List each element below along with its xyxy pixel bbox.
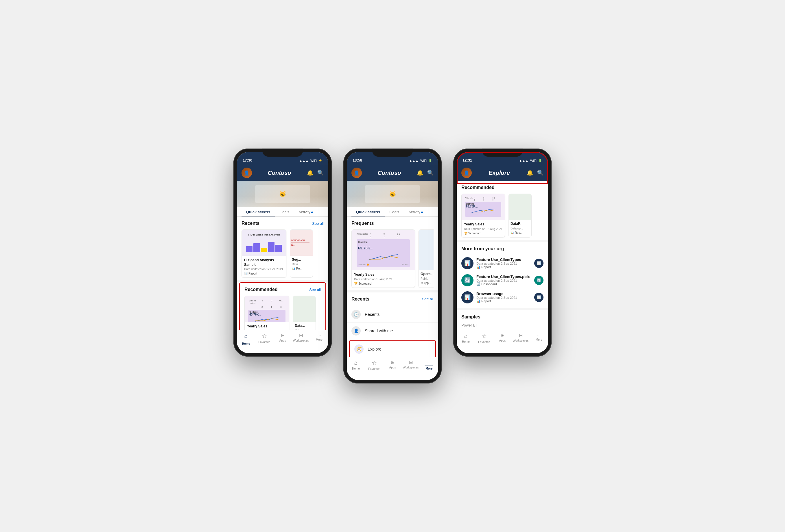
card-thumb-opera xyxy=(419,230,434,270)
home-label-2: Home xyxy=(352,367,360,370)
divider-2 xyxy=(347,290,438,292)
bell-icon-2[interactable]: 🔔 xyxy=(417,170,423,176)
list-recents-item[interactable]: 🕐 Recents xyxy=(347,306,438,323)
divider-1 xyxy=(237,280,328,282)
apps-icon-2: ⊞ xyxy=(391,360,395,365)
tab-activity-1[interactable]: Activity xyxy=(294,207,318,216)
nav-favorites-2[interactable]: ☆ Favorites xyxy=(365,360,383,370)
recents-see-all-1[interactable]: See all xyxy=(312,221,324,226)
nav-workspaces-3[interactable]: ⊟ Workspaces xyxy=(512,332,530,342)
nav-apps-3[interactable]: ⊞ Apps xyxy=(493,332,511,342)
nav-favorites-3[interactable]: ☆ Favorites xyxy=(475,332,493,344)
card-yearly-3[interactable]: All line sales400 1 210 Clothing 63.76K.… xyxy=(461,194,505,238)
wifi-icon-2: WiFi xyxy=(420,159,427,162)
home-icon-2: ⌂ xyxy=(354,360,358,366)
explore-outline: 🧭 Explore xyxy=(349,340,436,358)
list-shared-item[interactable]: 👤 Shared with me xyxy=(347,323,438,339)
card-info-it-spend: IT Spend Analysis Sample Data updated on… xyxy=(242,256,286,277)
recents-see-all-2[interactable]: See all xyxy=(422,297,434,301)
nav-home-2[interactable]: ⌂ Home xyxy=(347,360,365,370)
tab-quick-access-1[interactable]: Quick access xyxy=(242,207,275,216)
search-icon-1[interactable]: 🔍 xyxy=(317,170,324,176)
apps-label-3: Apps xyxy=(499,339,506,342)
tab-quick-access-2[interactable]: Quick access xyxy=(351,207,385,216)
feature-use-info-1: Feature Use_ClientTypes Data updated on … xyxy=(476,258,531,269)
apps-icon-1: ⊞ xyxy=(281,332,285,338)
feature-use-more-icon-1[interactable]: 📊 xyxy=(534,259,543,268)
more-from-org-section: More from your org 📊 Feature Use_ClientT… xyxy=(457,242,548,308)
card-datar-partial[interactable]: DataR... Data up... 📊 Rep... xyxy=(508,194,532,238)
card-name-it-spend: IT Spend Analysis Sample xyxy=(244,258,284,267)
notch-1 xyxy=(262,149,303,157)
feature-use-name-1: Feature Use_ClientTypes xyxy=(476,258,531,262)
wifi-icon-1: WiFi xyxy=(310,159,317,162)
card-opera-partial[interactable]: Opera... Publi... ⊞ App... xyxy=(419,230,434,288)
nav-more-2[interactable]: ··· More xyxy=(420,360,438,370)
card-yearly-large[interactable]: All line sales400 1 210 Clothing 63.76K.… xyxy=(351,230,415,288)
card-date-it-spend: Data updated on 12 Dec 2019 xyxy=(244,268,284,271)
avatar-2[interactable]: 👤 xyxy=(351,168,362,178)
card-date-yearly-large: Data updated on 15 Aug 2021 xyxy=(354,278,412,281)
card-thumb-yearly-3: All line sales400 1 210 Clothing 63.76K.… xyxy=(462,194,505,220)
card-seg-partial[interactable]: DEMOGRAPH... 5... Seg... Data... 📊 Re... xyxy=(290,230,313,278)
search-icon-3[interactable]: 🔍 xyxy=(537,170,543,176)
notch-3 xyxy=(482,149,523,157)
tabs-1: Quick access Goals Activity xyxy=(237,207,328,217)
avatar-1[interactable]: 👤 xyxy=(242,168,252,178)
favorites-icon-2: ☆ xyxy=(372,360,377,366)
favorites-icon-3: ☆ xyxy=(482,332,487,340)
tab-goals-2[interactable]: Goals xyxy=(385,207,404,216)
header-icons-2: 🔔 🔍 xyxy=(417,170,434,176)
workspaces-icon-1: ⊟ xyxy=(299,332,303,338)
nav-workspaces-1[interactable]: ⊟ Workspaces xyxy=(292,332,310,342)
card-it-spend[interactable]: YTD IT Spend Trend Analysis xyxy=(242,230,286,278)
feature-use-client-types-item[interactable]: 📊 Feature Use_ClientTypes Data updated o… xyxy=(461,255,543,272)
recommended-see-all-1[interactable]: See all xyxy=(309,288,321,292)
nav-workspaces-2[interactable]: ⊟ Workspaces xyxy=(402,360,420,369)
compass-icon: 🧭 xyxy=(354,344,363,354)
person-icon: 👤 xyxy=(351,326,361,336)
nav-more-1[interactable]: ··· More xyxy=(310,332,328,341)
recents-list-label: Recents xyxy=(365,312,379,317)
nav-more-3[interactable]: ··· More xyxy=(530,332,548,341)
feature-use-pbix-more-icon[interactable]: 🔄 xyxy=(534,276,543,285)
browser-usage-name: Browser usage xyxy=(476,292,531,296)
apps-label-2: Apps xyxy=(389,366,396,369)
feature-use-pbix-item[interactable]: 🔄 Feature Use_ClientTypes.pbix Data upda… xyxy=(461,272,543,289)
browser-usage-item[interactable]: 📊 Browser usage Data updated on 2 Sep 20… xyxy=(461,289,543,306)
search-icon-2[interactable]: 🔍 xyxy=(427,170,434,176)
workspaces-icon-2: ⊟ xyxy=(409,360,413,365)
favorites-label-2: Favorites xyxy=(368,367,380,370)
card-info-yearly-3: Yearly Sales Data updated on 15 Aug 2021… xyxy=(462,220,505,237)
report-icon: 📊 xyxy=(244,272,248,275)
header-icons-1: 🔔 🔍 xyxy=(307,170,324,176)
browser-usage-more-icon[interactable]: 📊 xyxy=(534,293,543,302)
nav-favorites-1[interactable]: ☆ Favorites xyxy=(255,332,273,344)
card-info-opera: Opera... Publi... ⊞ App... xyxy=(419,270,434,286)
battery-icon-3: 🔋 xyxy=(538,159,542,162)
bell-icon-3[interactable]: 🔔 xyxy=(527,170,533,176)
card-date-opera: Publi... xyxy=(421,277,434,280)
header-icons-3: 🔔 🔍 xyxy=(527,170,543,176)
more-icon-1: ··· xyxy=(318,332,321,337)
recents-title-1: Recents xyxy=(242,221,259,226)
tab-goals-1[interactable]: Goals xyxy=(275,207,294,216)
card-info-seg: Seg... Data... 📊 Re... xyxy=(290,256,313,272)
nav-apps-1[interactable]: ⊞ Apps xyxy=(273,332,292,342)
content-3: Recommended All line sales400 1 210 xyxy=(457,181,548,349)
list-explore-item[interactable]: 🧭 Explore xyxy=(350,341,435,357)
nav-apps-2[interactable]: ⊞ Apps xyxy=(383,360,402,369)
browser-usage-date: Data updated on 2 Sep 2021 xyxy=(476,296,531,299)
frequents-header-2: Frequents xyxy=(351,221,434,226)
phone-2-container: 13:58 ▲▲▲ WiFi 🔋 👤 Contoso 🔔 🔍 xyxy=(343,149,442,383)
nav-home-1[interactable]: ⌂ Home xyxy=(237,332,255,345)
tab-activity-2[interactable]: Activity xyxy=(404,207,428,216)
home-label-3: Home xyxy=(462,340,470,343)
avatar-3[interactable]: 👤 xyxy=(461,168,472,178)
bell-icon-1[interactable]: 🔔 xyxy=(307,170,313,176)
recommended-title-1: Recommended xyxy=(245,287,278,292)
recents-section-1: Recents See all YTD IT Spend Trend Analy… xyxy=(237,217,328,280)
explore-list-label: Explore xyxy=(368,347,381,351)
workspaces-label-2: Workspaces xyxy=(403,366,419,369)
nav-home-3[interactable]: ⌂ Home xyxy=(457,332,475,343)
